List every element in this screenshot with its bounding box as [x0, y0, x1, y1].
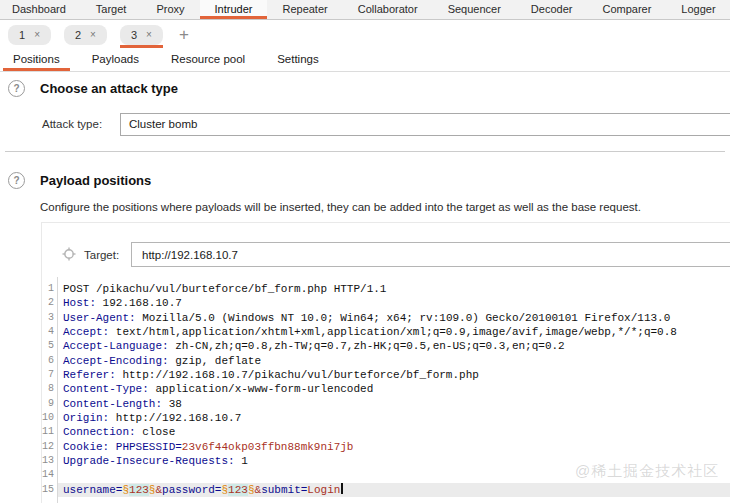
line-number: 8: [42, 382, 57, 396]
line-number: 15: [42, 483, 57, 497]
request-line-5[interactable]: 5Accept-Language: zh-CN,zh;q=0.8,zh-TW;q…: [42, 339, 730, 353]
help-icon[interactable]: ?: [8, 80, 25, 97]
attack-type-label: Attack type:: [42, 118, 102, 130]
request-line-1[interactable]: 1POST /pikachu/vul/burteforce/bf_form.ph…: [42, 282, 730, 296]
main-tab-bar: DashboardTargetProxyIntruderRepeaterColl…: [0, 0, 730, 20]
request-line-8[interactable]: 8Content-Type: application/x-www-form-ur…: [42, 382, 730, 396]
payload-positions-heading: Payload positions: [40, 173, 151, 188]
line-content: Host: 192.168.10.7: [57, 296, 730, 310]
line-content: [57, 468, 730, 482]
line-number: 10: [42, 411, 57, 425]
line-number: 7: [42, 368, 57, 382]
line-number: 5: [42, 339, 57, 353]
target-url-input[interactable]: [131, 242, 730, 267]
line-content: User-Agent: Mozilla/5.0 (Windows NT 10.0…: [57, 311, 730, 325]
main-tab-logger[interactable]: Logger: [666, 0, 730, 19]
request-line-4[interactable]: 4Accept: text/html,application/xhtml+xml…: [42, 325, 730, 339]
close-tab-icon[interactable]: ×: [90, 30, 96, 40]
main-tab-comparer[interactable]: Comparer: [587, 0, 666, 19]
line-number: 3: [42, 311, 57, 325]
request-line-9[interactable]: 9Content-Length: 38: [42, 397, 730, 411]
main-tab-collaborator[interactable]: Collaborator: [343, 0, 433, 19]
text-caret: [341, 483, 343, 494]
attack-tab-label: 2: [75, 29, 81, 41]
add-tab-button[interactable]: +: [179, 25, 189, 45]
attack-tab-2[interactable]: 2×: [64, 21, 107, 45]
line-content: Accept-Encoding: gzip, deflate: [57, 354, 730, 368]
line-number: 11: [42, 425, 57, 439]
sub-tab-settings[interactable]: Settings: [267, 48, 329, 71]
line-number: 13: [42, 454, 57, 468]
request-line-6[interactable]: 6Accept-Encoding: gzip, deflate: [42, 354, 730, 368]
sub-tab-payloads[interactable]: Payloads: [82, 48, 149, 71]
request-line-7[interactable]: 7Referer: http://192.168.10.7/pikachu/vu…: [42, 368, 730, 382]
line-content: Accept-Language: zh-CN,zh;q=0.8,zh-TW;q=…: [57, 339, 730, 353]
attack-tab-1[interactable]: 1×: [8, 21, 51, 45]
line-content: Cookie: PHPSESSID=23v6f44okp03ffbn88mk9n…: [57, 440, 730, 454]
sub-tab-resource-pool[interactable]: Resource pool: [161, 48, 255, 71]
payload-marker: §: [248, 484, 255, 496]
gutter-separator: [57, 277, 58, 503]
line-number: 4: [42, 325, 57, 339]
attack-tab-label: 3: [131, 29, 137, 41]
request-line-14[interactable]: 14: [42, 468, 730, 482]
target-crosshair-icon: [62, 247, 76, 261]
request-line-15[interactable]: 15username=§123§&password=§123§&submit=L…: [42, 483, 730, 497]
main-tab-decoder[interactable]: Decoder: [516, 0, 588, 19]
main-tab-repeater[interactable]: Repeater: [267, 0, 342, 19]
line-content: Referer: http://192.168.10.7/pikachu/vul…: [57, 368, 730, 382]
request-line-2[interactable]: 2Host: 192.168.10.7: [42, 296, 730, 310]
payload-positions-description: Configure the positions where payloads w…: [40, 201, 641, 213]
attack-type-heading: Choose an attack type: [40, 81, 178, 96]
payload-position-value: 123: [228, 484, 248, 496]
line-number: 6: [42, 354, 57, 368]
line-content: username=§123§&password=§123§&submit=Log…: [57, 483, 730, 497]
request-line-3[interactable]: 3User-Agent: Mozilla/5.0 (Windows NT 10.…: [42, 311, 730, 325]
line-content: Upgrade-Insecure-Requests: 1: [57, 454, 730, 468]
attack-tab-bar: 1×2×3×+: [0, 21, 730, 48]
request-line-12[interactable]: 12Cookie: PHPSESSID=23v6f44okp03ffbn88mk…: [42, 440, 730, 454]
line-number: 1: [42, 282, 57, 296]
request-line-10[interactable]: 10Origin: http://192.168.10.7: [42, 411, 730, 425]
request-line-11[interactable]: 11Connection: close: [42, 425, 730, 439]
request-line-13[interactable]: 13Upgrade-Insecure-Requests: 1: [42, 454, 730, 468]
main-tab-intruder[interactable]: Intruder: [200, 0, 268, 19]
main-tab-proxy[interactable]: Proxy: [141, 0, 199, 19]
line-number: 2: [42, 296, 57, 310]
line-content: Content-Length: 38: [57, 397, 730, 411]
help-icon[interactable]: ?: [8, 172, 25, 189]
sub-tab-positions[interactable]: Positions: [3, 48, 70, 71]
main-tab-target[interactable]: Target: [81, 0, 142, 19]
intruder-sub-tab-bar: PositionsPayloadsResource poolSettings: [0, 48, 730, 72]
close-tab-icon[interactable]: ×: [146, 30, 152, 40]
line-number: 12: [42, 440, 57, 454]
line-number: 14: [42, 468, 57, 482]
attack-type-select[interactable]: Cluster bomb: [120, 113, 730, 136]
close-tab-icon[interactable]: ×: [34, 30, 40, 40]
main-tab-sequencer[interactable]: Sequencer: [433, 0, 516, 19]
line-content: POST /pikachu/vul/burteforce/bf_form.php…: [57, 282, 730, 296]
line-content: Accept: text/html,application/xhtml+xml,…: [57, 325, 730, 339]
target-label: Target:: [84, 249, 119, 261]
line-content: Origin: http://192.168.10.7: [57, 411, 730, 425]
request-editor[interactable]: 1POST /pikachu/vul/burteforce/bf_form.ph…: [42, 277, 730, 503]
payload-position-value: 123: [129, 484, 149, 496]
line-content: Connection: close: [57, 425, 730, 439]
attack-tab-label: 1: [19, 29, 25, 41]
attack-tab-3[interactable]: 3×: [120, 21, 163, 48]
main-tab-dashboard[interactable]: Dashboard: [0, 0, 81, 19]
line-content: Content-Type: application/x-www-form-url…: [57, 382, 730, 396]
line-number: 9: [42, 397, 57, 411]
section-divider: [5, 151, 725, 152]
